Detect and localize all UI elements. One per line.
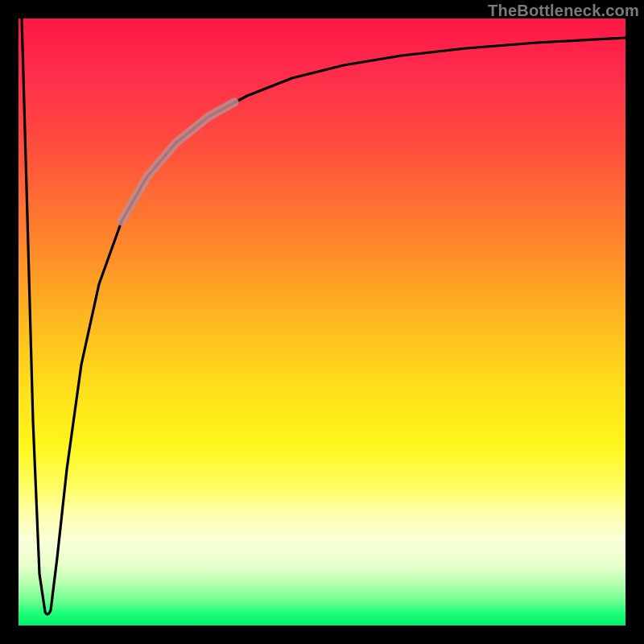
curve-layer <box>19 19 625 625</box>
watermark-text: TheBottleneck.com <box>488 2 639 20</box>
main-curve <box>22 19 625 614</box>
plot-area <box>19 19 625 625</box>
highlight-segment <box>122 102 234 221</box>
chart-frame: TheBottleneck.com <box>0 0 644 644</box>
